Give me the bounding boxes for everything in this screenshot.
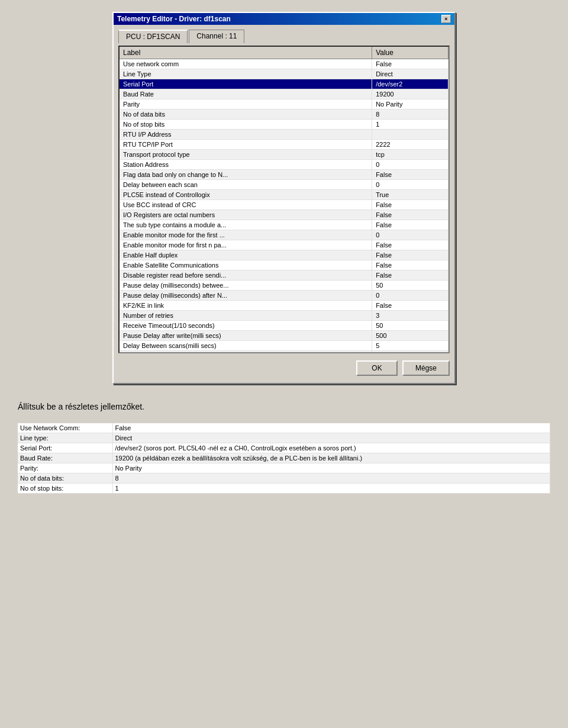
button-row: OK Mégse bbox=[118, 358, 450, 378]
table-cell-label: The sub type contains a module a... bbox=[120, 220, 372, 230]
tab-pcu[interactable]: PCU : DF1SCAN bbox=[118, 30, 188, 43]
title-bar-buttons: × bbox=[441, 15, 451, 23]
property-table-container[interactable]: Label Value Use network commFalseLine Ty… bbox=[118, 46, 450, 353]
table-cell-label: Delay Between scans(milli secs) bbox=[120, 341, 372, 351]
table-cell-label: PLC5E instead of Controllogix bbox=[120, 190, 372, 200]
table-cell-label: RTU I/P Address bbox=[120, 130, 372, 140]
table-row[interactable]: Line TypeDirect bbox=[120, 69, 448, 79]
section-heading: Állítsuk be a részletes jellemzőket. bbox=[18, 402, 550, 411]
table-cell-value: True bbox=[372, 190, 448, 200]
table-row[interactable]: Delay Between scans(milli secs)5 bbox=[120, 341, 448, 351]
table-cell-label: Line Type bbox=[120, 69, 372, 79]
table-body: Use network commFalseLine TypeDirectSeri… bbox=[120, 59, 448, 354]
table-row[interactable]: Transport protocol type tcp bbox=[120, 150, 448, 160]
table-row[interactable]: ParityNo Parity bbox=[120, 99, 448, 109]
table-row[interactable]: Serial Port/dev/ser2 bbox=[120, 79, 448, 89]
info-label: Serial Port: bbox=[18, 443, 112, 453]
table-cell-label: Serial Port bbox=[120, 79, 372, 89]
table-row[interactable]: Use BCC instead of CRCFalse bbox=[120, 200, 448, 210]
table-cell-value: 500 bbox=[372, 331, 448, 341]
info-label: Line type: bbox=[18, 433, 112, 443]
info-value: False bbox=[112, 423, 550, 433]
table-cell-label: Pause delay (milliseconds) after N... bbox=[120, 291, 372, 301]
info-value: Direct bbox=[112, 433, 550, 443]
table-cell-value: False bbox=[372, 200, 448, 210]
table-cell-value: tcp bbox=[372, 150, 448, 160]
table-row[interactable]: Number of retries3 bbox=[120, 311, 448, 321]
table-row[interactable]: Disable register read before sendi...Fal… bbox=[120, 270, 448, 281]
info-label: Use Network Comm: bbox=[18, 423, 112, 433]
table-cell-label: Pause delay (milliseconds) betwee... bbox=[120, 281, 372, 291]
col-value: Value bbox=[372, 47, 448, 59]
table-cell-label: Parity bbox=[120, 99, 372, 109]
table-header-row: Label Value bbox=[120, 47, 448, 59]
table-row[interactable]: Station Address0 bbox=[120, 160, 448, 170]
cancel-button[interactable]: Mégse bbox=[402, 360, 450, 376]
ok-button[interactable]: OK bbox=[356, 360, 398, 376]
info-row: Serial Port:/dev/ser2 (soros port. PLC5L… bbox=[18, 443, 550, 453]
table-row[interactable]: RTU TCP/IP Port2222 bbox=[120, 140, 448, 150]
table-cell-value: /dev/ser2 bbox=[372, 79, 448, 89]
table-cell-label: Disable register read before sendi... bbox=[120, 270, 372, 281]
table-cell-value: 5 bbox=[372, 351, 448, 354]
table-row[interactable]: Pause delay (milliseconds) after N...0 bbox=[120, 291, 448, 301]
window-body: PCU : DF1SCAN Channel : 11 Label Value U… bbox=[114, 25, 454, 383]
table-cell-label: Enable Half duplex bbox=[120, 250, 372, 260]
table-row[interactable]: Enable monitor mode for the first ...0 bbox=[120, 230, 448, 240]
property-table: Label Value Use network commFalseLine Ty… bbox=[120, 47, 448, 353]
table-cell-value: False bbox=[372, 260, 448, 270]
window-title: Telemetry Editor - Driver: df1scan bbox=[117, 15, 231, 23]
table-cell-value: False bbox=[372, 250, 448, 260]
table-row[interactable]: Use network commFalse bbox=[120, 59, 448, 69]
table-cell-label: Use BCC instead of CRC bbox=[120, 200, 372, 210]
table-cell-label: Number of retries bbox=[120, 311, 372, 321]
table-cell-label: Enable monitor mode for the first ... bbox=[120, 230, 372, 240]
table-cell-value: False bbox=[372, 301, 448, 311]
table-row[interactable]: No of stop bits1 bbox=[120, 120, 448, 130]
info-table-body: Use Network Comm:FalseLine type:DirectSe… bbox=[18, 423, 550, 494]
tab-channel[interactable]: Channel : 11 bbox=[189, 30, 244, 43]
info-value: 19200 (a példában ezek a beállításokra v… bbox=[112, 453, 550, 463]
table-cell-value: 0 bbox=[372, 180, 448, 190]
table-cell-label: Use network comm bbox=[120, 59, 372, 69]
table-row[interactable]: Enable Half duplexFalse bbox=[120, 250, 448, 260]
table-cell-label: Receive Timeout(1/10 seconds) bbox=[120, 321, 372, 331]
info-row: Baud Rate:19200 (a példában ezek a beáll… bbox=[18, 453, 550, 463]
info-label: No of data bits: bbox=[18, 473, 112, 484]
table-cell-value: False bbox=[372, 240, 448, 250]
table-cell-value: 50 bbox=[372, 321, 448, 331]
table-row[interactable]: Receive Timeout(1/10 seconds)50 bbox=[120, 321, 448, 331]
table-row[interactable]: Pause Delay after write(milli secs)500 bbox=[120, 331, 448, 341]
table-cell-value: 2222 bbox=[372, 140, 448, 150]
table-row[interactable]: The sub type contains a module a...False bbox=[120, 220, 448, 230]
title-bar: Telemetry Editor - Driver: df1scan × bbox=[114, 13, 454, 25]
tab-row: PCU : DF1SCAN Channel : 11 bbox=[118, 30, 450, 43]
table-cell-value: No Parity bbox=[372, 99, 448, 109]
table-row[interactable]: No of data bits8 bbox=[120, 109, 448, 120]
table-cell-value: False bbox=[372, 220, 448, 230]
info-row: No of stop bits:1 bbox=[18, 484, 550, 494]
table-cell-value: False bbox=[372, 170, 448, 180]
table-cell-value: Direct bbox=[372, 69, 448, 79]
table-row[interactable]: Delay between each scan0 bbox=[120, 180, 448, 190]
info-table: Use Network Comm:FalseLine type:DirectSe… bbox=[18, 423, 550, 494]
table-cell-label: Baud Rate bbox=[120, 89, 372, 99]
table-row[interactable]: Baud Rate19200 bbox=[120, 89, 448, 99]
info-row: No of data bits:8 bbox=[18, 473, 550, 484]
table-cell-label: Delay between each scan bbox=[120, 180, 372, 190]
info-row: Use Network Comm:False bbox=[18, 423, 550, 433]
table-row[interactable]: Enable monitor mode for first n pa...Fal… bbox=[120, 240, 448, 250]
table-row[interactable]: Max delay between controls(milli s...5 bbox=[120, 351, 448, 354]
table-row[interactable]: Enable Satellite CommunicationsFalse bbox=[120, 260, 448, 270]
table-row[interactable]: Flag data bad only on change to N...Fals… bbox=[120, 170, 448, 180]
table-row[interactable]: RTU I/P Address bbox=[120, 130, 448, 140]
table-row[interactable]: PLC5E instead of ControllogixTrue bbox=[120, 190, 448, 200]
table-row[interactable]: I/O Registers are octal numbersFalse bbox=[120, 210, 448, 220]
table-cell-value: 0 bbox=[372, 291, 448, 301]
table-row[interactable]: KF2/KE in linkFalse bbox=[120, 301, 448, 311]
table-cell-value bbox=[372, 130, 448, 140]
table-cell-label: No of data bits bbox=[120, 109, 372, 120]
close-button[interactable]: × bbox=[441, 15, 451, 23]
table-row[interactable]: Pause delay (milliseconds) betwee...50 bbox=[120, 281, 448, 291]
table-cell-label: RTU TCP/IP Port bbox=[120, 140, 372, 150]
